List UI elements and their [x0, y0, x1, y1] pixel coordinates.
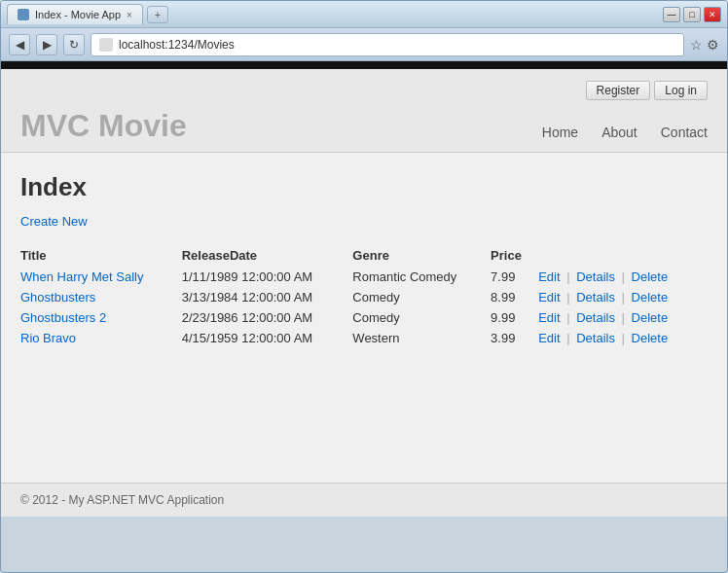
star-icon[interactable]: ☆	[690, 37, 703, 53]
login-button[interactable]: Log in	[654, 81, 708, 100]
page-title: Index	[20, 172, 708, 202]
cell-actions: Edit | Details | Delete	[538, 328, 708, 348]
cell-title: Ghostbusters 2	[20, 307, 182, 328]
cell-actions: Edit | Details | Delete	[538, 287, 708, 307]
back-button[interactable]: ◀	[9, 34, 30, 55]
table-row: When Harry Met Sally 1/11/1989 12:00:00 …	[20, 267, 708, 287]
address-icons: ☆ ⚙	[690, 37, 719, 53]
nav-about[interactable]: About	[601, 125, 637, 140]
sep-1-3: |	[566, 331, 573, 345]
app-toolbar	[1, 61, 727, 69]
maximize-button[interactable]: □	[683, 7, 701, 22]
nav-contact[interactable]: Contact	[661, 125, 708, 140]
url-text: localhost:1234/Movies	[119, 38, 235, 52]
col-actions	[538, 244, 708, 267]
browser-window: Index - Movie App × + — □ ✕ ◀ ▶ ↻ localh…	[0, 0, 728, 573]
cell-release-date: 4/15/1959 12:00:00 AM	[182, 328, 353, 348]
sep-2-2: |	[622, 310, 629, 325]
table-header-row: Title ReleaseDate Genre Price	[20, 244, 708, 267]
main-content: Index Create New Title ReleaseDate Genre…	[1, 153, 727, 368]
cell-price: 8.99	[491, 287, 538, 307]
table-row: Rio Bravo 4/15/1959 12:00:00 AM Western …	[20, 328, 708, 348]
window-controls: — □ ✕	[663, 7, 721, 22]
edit-link-2[interactable]: Edit	[538, 310, 560, 325]
table-row: Ghostbusters 3/13/1984 12:00:00 AM Comed…	[20, 287, 708, 307]
sep-1-1: |	[566, 290, 573, 304]
brand-logo: MVC Movie	[20, 108, 187, 144]
delete-link-3[interactable]: Delete	[632, 331, 669, 345]
header-top: Register Log in	[20, 81, 708, 100]
url-favicon	[99, 38, 113, 52]
sep-2-1: |	[622, 290, 629, 304]
movies-table: Title ReleaseDate Genre Price When Harry…	[20, 244, 708, 348]
footer-text: © 2012 - My ASP.NET MVC Application	[20, 493, 224, 507]
movie-title-link-2[interactable]: Ghostbusters 2	[20, 310, 106, 325]
minimize-button[interactable]: —	[663, 7, 680, 22]
new-tab-button[interactable]: +	[147, 6, 168, 23]
cell-genre: Romantic Comedy	[352, 267, 491, 287]
delete-link-0[interactable]: Delete	[632, 269, 669, 284]
cell-title: Rio Bravo	[20, 328, 182, 348]
cell-price: 9.99	[491, 307, 538, 328]
cell-actions: Edit | Details | Delete	[538, 307, 708, 328]
movie-title-link-0[interactable]: When Harry Met Sally	[20, 269, 143, 284]
details-link-2[interactable]: Details	[576, 310, 615, 325]
col-price: Price	[491, 244, 538, 267]
edit-link-1[interactable]: Edit	[538, 290, 560, 304]
movie-title-link-3[interactable]: Rio Bravo	[20, 331, 76, 345]
title-bar: Index - Movie App × + — □ ✕	[1, 1, 727, 28]
cell-release-date: 2/23/1986 12:00:00 AM	[182, 307, 353, 328]
nav-home[interactable]: Home	[542, 125, 578, 140]
cell-genre: Western	[352, 328, 491, 348]
sep-2-0: |	[622, 269, 629, 284]
edit-link-0[interactable]: Edit	[538, 269, 560, 284]
close-button[interactable]: ✕	[704, 7, 721, 22]
site-wrapper: Register Log in MVC Movie Home About Con…	[1, 69, 727, 517]
col-title: Title	[20, 244, 182, 267]
cell-title: When Harry Met Sally	[20, 267, 182, 287]
forward-button[interactable]: ▶	[36, 34, 57, 55]
tab-title: Index - Movie App	[35, 9, 121, 20]
refresh-button[interactable]: ↻	[63, 34, 85, 55]
register-button[interactable]: Register	[586, 81, 651, 100]
site-nav: Home About Contact	[542, 121, 708, 144]
cell-title: Ghostbusters	[20, 287, 182, 307]
tools-icon[interactable]: ⚙	[707, 37, 719, 53]
col-release-date: ReleaseDate	[182, 244, 353, 267]
cell-genre: Comedy	[352, 307, 491, 328]
edit-link-3[interactable]: Edit	[538, 331, 560, 345]
site-footer: © 2012 - My ASP.NET MVC Application	[1, 483, 727, 517]
delete-link-2[interactable]: Delete	[632, 310, 669, 325]
cell-genre: Comedy	[352, 287, 491, 307]
site-header: Register Log in MVC Movie Home About Con…	[1, 69, 727, 153]
browser-tab[interactable]: Index - Movie App ×	[7, 4, 143, 24]
create-new-link[interactable]: Create New	[20, 214, 88, 229]
sep-1-0: |	[566, 269, 573, 284]
cell-actions: Edit | Details | Delete	[538, 267, 708, 287]
details-link-0[interactable]: Details	[576, 269, 615, 284]
movie-title-link-1[interactable]: Ghostbusters	[20, 290, 95, 304]
tab-favicon	[18, 9, 29, 20]
delete-link-1[interactable]: Delete	[632, 290, 669, 304]
col-genre: Genre	[352, 244, 491, 267]
cell-release-date: 3/13/1984 12:00:00 AM	[182, 287, 353, 307]
address-bar: ◀ ▶ ↻ localhost:1234/Movies ☆ ⚙	[1, 28, 727, 61]
details-link-3[interactable]: Details	[576, 331, 615, 345]
site-content: Register Log in MVC Movie Home About Con…	[1, 69, 727, 517]
details-link-1[interactable]: Details	[576, 290, 615, 304]
cell-release-date: 1/11/1989 12:00:00 AM	[182, 267, 353, 287]
cell-price: 7.99	[491, 267, 538, 287]
sep-1-2: |	[566, 310, 573, 325]
sep-2-3: |	[622, 331, 629, 345]
url-input[interactable]: localhost:1234/Movies	[91, 33, 684, 56]
tab-close-button[interactable]: ×	[127, 10, 132, 20]
cell-price: 3.99	[491, 328, 538, 348]
table-row: Ghostbusters 2 2/23/1986 12:00:00 AM Com…	[20, 307, 708, 328]
